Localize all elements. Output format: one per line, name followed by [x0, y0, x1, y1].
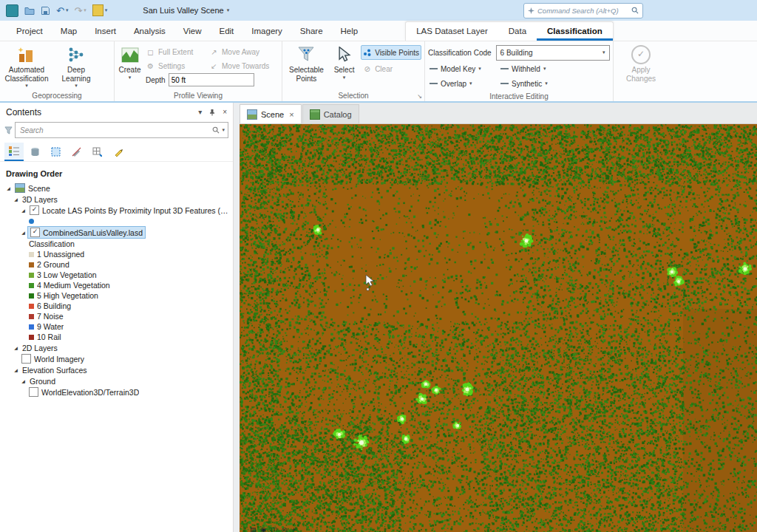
pin-icon[interactable] [208, 109, 216, 116]
close-pane-icon[interactable]: × [223, 108, 227, 116]
selection-dialog-launcher-icon[interactable]: ↘ [417, 93, 422, 100]
save-project-icon[interactable] [41, 4, 50, 17]
expand-arrow-icon[interactable]: ◢ [19, 208, 27, 213]
overlap-dropdown[interactable]: Overlap▾ [428, 77, 499, 90]
clear-selection-button[interactable]: ⊘ Clear [361, 62, 421, 75]
ribbon-tab-analysis[interactable]: Analysis [125, 22, 174, 41]
ribbon-tab-view[interactable]: View [174, 22, 211, 41]
redo-button[interactable]: ↷▾ [74, 4, 86, 17]
undo-button[interactable]: ↶▾ [56, 4, 68, 17]
expand-arrow-icon[interactable]: ◢ [12, 197, 20, 202]
expand-arrow-icon[interactable]: ◢ [4, 185, 13, 191]
command-search[interactable]: Command Search (Alt+Q) [523, 3, 643, 18]
list-by-source-icon[interactable] [25, 143, 44, 160]
view-tab-scene[interactable]: Scene× [240, 104, 302, 123]
app-icon[interactable] [6, 4, 18, 17]
zoom-icon[interactable]: + [292, 526, 296, 532]
ribbon-tab-data[interactable]: Data [498, 22, 537, 41]
contents-search-input[interactable] [18, 126, 210, 135]
model-key-icon [430, 68, 438, 69]
tree-item-locate-las-points[interactable]: ◢Locate LAS Points By Proximity Input 3D… [0, 205, 233, 216]
ribbon-tab-edit[interactable]: Edit [210, 22, 242, 41]
legend-class-5[interactable]: 5 High Vegetation [0, 290, 233, 301]
withheld-dropdown[interactable]: Withheld▾ [499, 62, 570, 75]
legend-class-7[interactable]: 7 Noise [0, 311, 233, 321]
legend-class-3[interactable]: 3 Low Vegetation [0, 270, 233, 280]
legend-class-6[interactable]: 6 Building [0, 301, 233, 311]
synthetic-dropdown[interactable]: Synthetic▾ [499, 77, 570, 90]
depth-input[interactable] [169, 73, 254, 86]
pane-options-icon[interactable]: ▾ [198, 108, 202, 116]
pane-splitter[interactable] [234, 103, 240, 532]
layer-checkbox[interactable] [30, 205, 39, 215]
layer-checkbox[interactable] [21, 354, 31, 364]
expand-arrow-icon[interactable]: ◢ [12, 367, 20, 372]
move-towards-button[interactable]: ↙Move Towards [208, 59, 279, 72]
apply-changes-button[interactable]: ✓ Apply Changes [617, 44, 665, 83]
legend-class-4[interactable]: 4 Medium Vegetation [0, 280, 233, 290]
list-by-labeling-icon[interactable] [108, 143, 127, 160]
tree-item-label: Ground [30, 377, 55, 386]
tree-item-ground[interactable]: ◢Ground [0, 375, 233, 386]
overview-icon[interactable]: ▤ [250, 526, 257, 532]
expand-arrow-icon[interactable]: ◢ [12, 345, 20, 350]
ribbon-tab-insert[interactable]: Insert [86, 22, 125, 41]
ribbon-tab-share[interactable]: Share [291, 22, 332, 41]
catalog-tab-icon [310, 109, 320, 120]
deep-learning-button[interactable]: Deep Learning ▾ [52, 44, 100, 89]
tree-item-2d-layers[interactable]: ◢2D Layers [0, 342, 233, 353]
legend-class-9[interactable]: 9 Water [0, 321, 233, 332]
layer-checkbox[interactable] [29, 387, 38, 397]
contents-search-row: ▾ [4, 122, 228, 138]
target-icon[interactable]: ◎ [282, 526, 288, 532]
layers-icon[interactable]: ◫ [271, 526, 277, 532]
scene-canvas[interactable] [240, 124, 757, 532]
select-button[interactable]: Select ▾ [330, 44, 359, 81]
visible-points-toggle[interactable]: Visible Points [361, 45, 421, 60]
scene-view[interactable]: ▤ ◉ ◫ ◎ + [240, 124, 757, 532]
create-profile-button[interactable]: Create ▾ [118, 44, 142, 81]
model-key-dropdown[interactable]: Model Key▾ [428, 62, 499, 75]
tree-item-combined-lasd[interactable]: ◢CombinedSanLuisValley.lasd [0, 227, 233, 238]
point-symbol-legend[interactable] [0, 216, 233, 227]
tree-item-elevation-surfaces[interactable]: ◢Elevation Surfaces [0, 364, 233, 375]
ribbon-tab-project[interactable]: Project [7, 22, 52, 41]
open-project-icon[interactable] [24, 4, 35, 17]
selectable-points-button[interactable]: Selectable Points [285, 44, 327, 83]
chevron-down-icon[interactable]: ▾ [222, 127, 225, 133]
expand-arrow-icon[interactable]: ◢ [19, 230, 27, 235]
legend-class-1[interactable]: 1 Unassigned [0, 249, 233, 259]
expand-arrow-icon[interactable]: ◢ [19, 378, 27, 383]
ribbon-tab-las-dataset-layer[interactable]: LAS Dataset Layer [406, 22, 498, 41]
legend-class-2[interactable]: 2 Ground [0, 259, 233, 270]
tree-item-world-imagery[interactable]: World Imagery [0, 353, 233, 364]
list-by-editing-icon[interactable] [67, 143, 86, 160]
list-by-snapping-icon[interactable] [87, 143, 106, 160]
tree-row-body: 9 Water [27, 321, 66, 332]
move-away-button[interactable]: ↗Move Away [208, 45, 279, 58]
close-tab-icon[interactable]: × [289, 110, 293, 119]
profile-settings-button[interactable]: ⚙Settings [144, 59, 208, 72]
project-title[interactable]: San Luis Valley Scene ▾ [143, 6, 229, 15]
ribbon-tab-imagery[interactable]: Imagery [242, 22, 291, 41]
legend-class-10[interactable]: 10 Rail [0, 332, 233, 342]
ribbon-tab-map[interactable]: Map [52, 22, 86, 41]
tree-item-worldelevation3d[interactable]: WorldElevation3D/Terrain3D [0, 386, 233, 398]
classification-code-dropdown[interactable]: 6 Building ▾ [496, 45, 610, 61]
list-by-selection-icon[interactable] [46, 143, 65, 160]
point-symbol-icon[interactable] [29, 219, 34, 224]
tree-item-label: 3D Layers [22, 195, 58, 204]
tree-row-body: World Imagery [19, 353, 86, 364]
view-tab-catalog[interactable]: Catalog [302, 104, 359, 123]
ribbon-tab-help[interactable]: Help [332, 22, 367, 41]
automated-classification-button[interactable]: Automated Classification ▾ [3, 44, 50, 89]
list-by-drawing-order-icon[interactable] [4, 143, 24, 161]
layer-checkbox[interactable] [30, 228, 40, 237]
full-extent-button[interactable]: ◻Full Extent [144, 45, 208, 58]
tree-item-scene[interactable]: ◢Scene [0, 183, 233, 194]
tree-item-3d-layers[interactable]: ◢3D Layers [0, 194, 233, 205]
notebook-icon[interactable]: ▾ [92, 4, 108, 17]
navigator-icon[interactable]: ◉ [261, 526, 267, 532]
filter-icon[interactable] [4, 126, 13, 134]
ribbon-tab-classification[interactable]: Classification [537, 22, 613, 41]
